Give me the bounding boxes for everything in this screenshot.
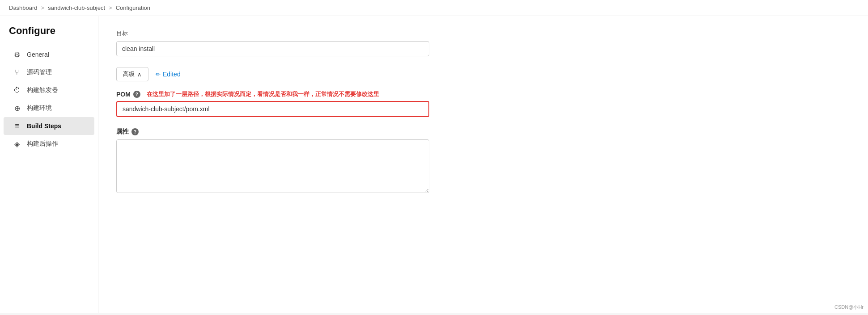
pom-label-text: POM [116, 91, 131, 98]
sidebar-label-postbuild: 构建后操作 [27, 140, 58, 148]
attributes-textarea[interactable] [116, 139, 429, 193]
sidebar-icon-general: ⚙ [13, 50, 21, 59]
sidebar-icon-buildsteps: ≡ [13, 122, 21, 130]
attributes-label-text: 属性 [116, 128, 129, 136]
edited-status: ✏ Edited [156, 71, 181, 78]
sidebar: Configure ⚙General⑂源码管理⏱构建触发器⊕构建环境≡Build… [0, 16, 98, 313]
breadcrumb-sep-1: > [41, 4, 45, 11]
edit-icon: ✏ [156, 71, 161, 78]
edited-label-text: Edited [163, 71, 181, 78]
target-field-group: 目标 [116, 29, 850, 56]
sidebar-icon-postbuild: ◈ [13, 139, 21, 148]
chevron-up-icon: ∧ [137, 71, 142, 78]
breadcrumb-subject[interactable]: sandwich-club-subject [48, 4, 105, 11]
main-content: 目标 高级 ∧ ✏ Edited POM ? 在这里加了一层路径，根据实际情况而… [98, 16, 868, 313]
sidebar-item-source[interactable]: ⑂源码管理 [4, 63, 94, 81]
breadcrumb: Dashboard > sandwich-club-subject > Conf… [0, 0, 868, 16]
sidebar-icon-env: ⊕ [13, 104, 21, 113]
pom-label-row: POM ? 在这里加了一层路径，根据实际情况而定，看情况是否和我一样，正常情况不… [116, 90, 850, 98]
sidebar-item-buildsteps[interactable]: ≡Build Steps [4, 117, 94, 135]
watermark: CSDN@小Hr [834, 304, 864, 311]
attributes-section: 属性 ? [116, 128, 850, 194]
sidebar-label-source: 源码管理 [27, 68, 52, 76]
target-label: 目标 [116, 29, 850, 38]
sidebar-item-trigger[interactable]: ⏱构建触发器 [4, 81, 94, 99]
sidebar-title: Configure [0, 25, 98, 46]
pom-input[interactable] [116, 101, 429, 117]
advanced-button[interactable]: 高级 ∧ [116, 67, 148, 81]
sidebar-label-general: General [27, 51, 49, 58]
breadcrumb-dashboard[interactable]: Dashboard [9, 4, 38, 11]
sidebar-item-postbuild[interactable]: ◈构建后操作 [4, 135, 94, 153]
pom-section: POM ? 在这里加了一层路径，根据实际情况而定，看情况是否和我一样，正常情况不… [116, 90, 850, 117]
sidebar-icon-source: ⑂ [13, 68, 21, 77]
breadcrumb-sep-2: > [109, 4, 112, 11]
sidebar-label-env: 构建环境 [27, 104, 52, 112]
target-input[interactable] [116, 41, 429, 56]
advanced-button-label: 高级 [123, 70, 135, 78]
sidebar-label-trigger: 构建触发器 [27, 86, 58, 94]
pom-annotation: 在这里加了一层路径，根据实际情况而定，看情况是否和我一样，正常情况不需要修改这里 [147, 90, 379, 98]
sidebar-item-env[interactable]: ⊕构建环境 [4, 99, 94, 117]
pom-help-icon[interactable]: ? [133, 91, 140, 98]
sidebar-icon-trigger: ⏱ [13, 86, 21, 95]
sidebar-label-buildsteps: Build Steps [27, 122, 61, 130]
attributes-label-row: 属性 ? [116, 128, 850, 136]
attributes-help-icon[interactable]: ? [131, 128, 139, 135]
sidebar-item-general[interactable]: ⚙General [4, 46, 94, 63]
advanced-header: 高级 ∧ ✏ Edited [116, 67, 850, 81]
breadcrumb-current: Configuration [116, 4, 150, 11]
